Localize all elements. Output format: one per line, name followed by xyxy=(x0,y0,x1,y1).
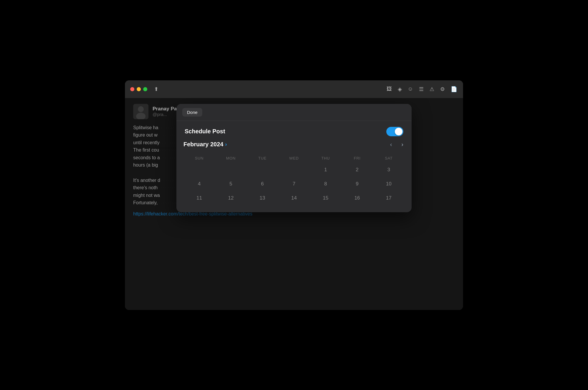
done-bar: Done xyxy=(176,104,412,121)
cal-day-empty-1 xyxy=(183,163,215,177)
cal-header-thu: THU xyxy=(310,154,341,163)
month-label: February 2024 xyxy=(183,141,223,148)
titlebar: ⬆ 🖼 ◈ ☺ ☰ ⚠ ⚙ 📄 xyxy=(125,80,463,98)
app-window: ⬆ 🖼 ◈ ☺ ☰ ⚠ ⚙ 📄 xyxy=(125,80,463,310)
cal-day-11[interactable]: 11 xyxy=(183,191,215,205)
maximize-button[interactable] xyxy=(143,87,147,91)
cal-day-10[interactable]: 10 xyxy=(373,177,405,191)
done-button[interactable]: Done xyxy=(182,108,202,117)
document-icon[interactable]: 📄 xyxy=(451,86,457,92)
calendar-nav: February 2024 › ‹ › xyxy=(183,141,405,148)
cal-day-3[interactable]: 3 xyxy=(373,163,405,177)
schedule-title: Schedule Post xyxy=(185,128,225,135)
next-month-button[interactable]: › xyxy=(400,141,405,148)
prev-month-button[interactable]: ‹ xyxy=(389,141,393,148)
cal-day-16[interactable]: 16 xyxy=(341,191,373,205)
cal-day-1[interactable]: 1 xyxy=(310,163,341,177)
cal-header-tue: TUE xyxy=(247,154,278,163)
alert-icon[interactable]: ⚠ xyxy=(430,86,434,92)
settings-icon[interactable]: ⚙ xyxy=(440,86,445,92)
cal-day-12[interactable]: 12 xyxy=(215,191,246,205)
schedule-panel: Done Schedule Post February 2024 › xyxy=(176,104,412,212)
close-button[interactable] xyxy=(130,87,134,91)
minimize-button[interactable] xyxy=(137,87,141,91)
media-icon[interactable]: 🖼 xyxy=(387,86,392,92)
list-icon[interactable]: ☰ xyxy=(419,86,424,92)
cal-day-17[interactable]: 17 xyxy=(373,191,405,205)
cal-day-9[interactable]: 9 xyxy=(341,177,373,191)
calendar-month: February 2024 › xyxy=(183,141,227,148)
calendar-nav-buttons: ‹ › xyxy=(389,141,405,148)
cal-header-mon: MON xyxy=(215,154,246,163)
cal-day-13[interactable]: 13 xyxy=(247,191,278,205)
cal-day-8[interactable]: 8 xyxy=(310,177,341,191)
schedule-header: Schedule Post xyxy=(176,121,412,141)
cal-day-14[interactable]: 14 xyxy=(278,191,310,205)
cal-day-6[interactable]: 6 xyxy=(247,177,278,191)
cal-header-sun: SUN xyxy=(183,154,215,163)
schedule-toggle[interactable] xyxy=(386,127,403,136)
schedule-overlay: Done Schedule Post February 2024 › xyxy=(125,98,463,310)
cal-day-empty-3 xyxy=(247,163,278,177)
upload-icon[interactable]: ⬆ xyxy=(153,86,160,93)
titlebar-right-icons: 🖼 ◈ ☺ ☰ ⚠ ⚙ 📄 xyxy=(387,86,457,92)
diamond-icon[interactable]: ◈ xyxy=(398,86,402,92)
cal-day-2[interactable]: 2 xyxy=(341,163,373,177)
cal-day-7[interactable]: 7 xyxy=(278,177,310,191)
calendar-grid: SUN MON TUE WED THU FRI SAT 1 2 xyxy=(183,154,405,205)
cal-header-sat: SAT xyxy=(373,154,405,163)
cal-header-wed: WED xyxy=(278,154,310,163)
cal-day-empty-2 xyxy=(215,163,246,177)
cal-day-15[interactable]: 15 xyxy=(310,191,341,205)
traffic-lights xyxy=(130,87,147,91)
month-chevron-icon[interactable]: › xyxy=(225,141,227,147)
cal-day-5[interactable]: 5 xyxy=(215,177,246,191)
calendar: February 2024 › ‹ › SUN MON TUE xyxy=(176,141,412,212)
cal-header-fri: FRI xyxy=(341,154,373,163)
content-area: Pranay Parab @pra... Splitwise haxxxxxxx… xyxy=(125,98,463,310)
emoji-icon[interactable]: ☺ xyxy=(408,86,413,92)
cal-day-4[interactable]: 4 xyxy=(183,177,215,191)
toggle-knob xyxy=(395,128,402,135)
cal-day-empty-4 xyxy=(278,163,310,177)
